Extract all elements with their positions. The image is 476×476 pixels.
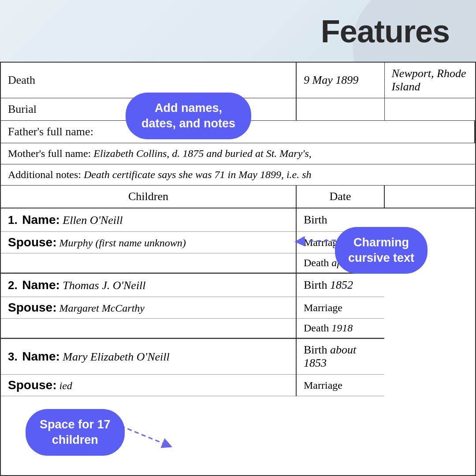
- child-1-name-label: Name:: [22, 213, 60, 227]
- child-2-death-label: Death: [304, 322, 329, 334]
- child-2-marriage-event: Marriage: [296, 297, 384, 319]
- death-date: 9 May 1899: [296, 63, 384, 98]
- mother-row: Mother's full name: Elizabeth Collins, d…: [1, 143, 475, 164]
- child-2-death-event: Death 1918: [296, 319, 384, 338]
- child-1-name-value: Ellen O'Neill: [63, 214, 123, 227]
- mother-label: Mother's full name:: [8, 148, 91, 159]
- child-1-spouse-label: Spouse:: [8, 235, 56, 249]
- bubble-add-names: Add names,dates, and notes: [126, 93, 251, 139]
- burial-date: [296, 98, 384, 121]
- child-2-birth-value: 1852: [330, 279, 353, 291]
- notes-row: Additional notes: Death certificate says…: [1, 164, 475, 186]
- date-col-header: Date: [296, 186, 384, 208]
- child-3-marriage-event: Marriage: [296, 375, 384, 396]
- child-3-birth-event: Birth about 1853: [296, 338, 384, 375]
- page-title: Features: [321, 13, 450, 49]
- child-2-birth-event: Birth 1852: [296, 273, 384, 297]
- child-2-death-value: 1918: [331, 322, 353, 334]
- child-2-marriage-label: Marriage: [304, 302, 342, 313]
- child-1-birth-label: Birth: [304, 213, 327, 226]
- child-2-name-value: Thomas J. O'Neill: [63, 279, 145, 292]
- child-3-spouse-value: ied: [59, 380, 72, 391]
- child-2-spouse-value: Margaret McCarthy: [59, 302, 145, 314]
- child-2-name-row: 2. Name: Thomas J. O'Neill Birth 1852: [1, 273, 475, 297]
- mother-value: Elizabeth Collins, d. 1875 and buried at…: [93, 148, 311, 159]
- child-3-name-label: Name:: [22, 350, 60, 363]
- burial-place: [384, 98, 475, 121]
- child-2-spouse-row: Spouse: Margaret McCarthy Marriage: [1, 297, 475, 319]
- child-3-marriage-label: Marriage: [304, 379, 342, 391]
- child-1-spouse-value: Murphy (first name unknown): [59, 237, 186, 249]
- child-2-name-label: Name:: [22, 278, 60, 292]
- children-col-header: Children: [1, 186, 296, 208]
- notes-label: Additional notes:: [8, 169, 81, 180]
- bubble-space-children: Space for 17children: [26, 409, 125, 456]
- death-row: Death 9 May 1899 Newport, Rhode Island: [1, 63, 475, 98]
- death-place: Newport, Rhode Island: [384, 63, 475, 98]
- mother-full: Mother's full name: Elizabeth Collins, d…: [1, 143, 475, 164]
- bubble-charming-cursive: Charmingcursive text: [335, 227, 428, 274]
- child-3-number: 3.: [8, 350, 18, 363]
- notes-value: Death certificate says she was 71 in May…: [84, 169, 312, 180]
- children-header-row: Children Date: [1, 186, 475, 208]
- child-3-name-value: Mary Elizabeth O'Neill: [63, 350, 169, 363]
- child-3-spouse-row: Spouse: ied Marriage: [1, 375, 475, 396]
- child-2-spouse-label: Spouse:: [8, 301, 56, 314]
- child-2-death-row: Death 1918: [1, 319, 475, 338]
- child-1-number: 1.: [8, 213, 18, 227]
- child-2-birth-label: Birth: [304, 279, 327, 291]
- child-1-death-label: Death: [304, 257, 329, 268]
- child-3-spouse-label: Spouse:: [8, 378, 56, 392]
- child-2-number: 2.: [8, 279, 18, 292]
- child-3-birth-label: Birth: [304, 343, 327, 356]
- child-3-name-row: 3. Name: Mary Elizabeth O'Neill Birth ab…: [1, 338, 475, 375]
